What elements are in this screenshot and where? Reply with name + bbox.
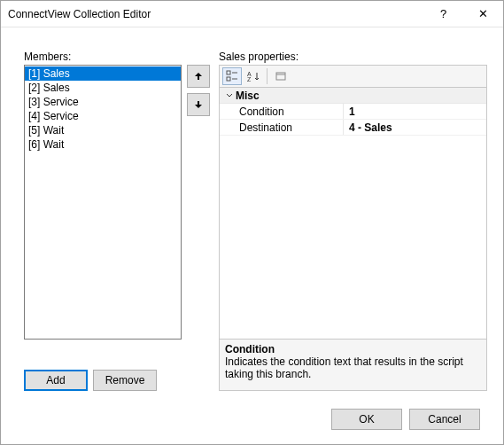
columns: Members: [1] Sales[2] Sales[3] Service[4… xyxy=(24,51,487,391)
property-name: Destination xyxy=(220,120,344,135)
list-item[interactable]: [1] Sales xyxy=(25,66,181,81)
category-row[interactable]: Misc xyxy=(220,88,486,104)
categorized-icon xyxy=(226,70,238,82)
list-item[interactable]: [2] Sales xyxy=(25,81,181,95)
dialog-window: ConnectView Collection Editor ? ✕ Member… xyxy=(0,0,504,445)
property-row[interactable]: Destination4 - Sales xyxy=(220,120,486,136)
members-row: [1] Sales[2] Sales[3] Service[4] Service… xyxy=(24,65,210,359)
ok-button[interactable]: OK xyxy=(331,409,402,430)
remove-button[interactable]: Remove xyxy=(93,370,157,391)
close-icon: ✕ xyxy=(478,7,488,20)
list-item[interactable]: [5] Wait xyxy=(25,123,181,137)
property-grid[interactable]: Misc Condition1Destination4 - Sales xyxy=(219,88,487,340)
list-item[interactable]: [4] Service xyxy=(25,109,181,123)
list-item[interactable]: [6] Wait xyxy=(25,137,181,152)
property-pages-icon xyxy=(275,70,287,82)
description-pane: Condition Indicates the condition text t… xyxy=(219,340,487,391)
dialog-buttons: OK Cancel xyxy=(24,391,487,435)
description-title: Condition xyxy=(225,343,481,355)
alphabetical-button[interactable]: A Z xyxy=(244,67,263,85)
properties-label: Sales properties: xyxy=(219,51,487,63)
chevron-down-icon[interactable] xyxy=(223,92,236,99)
dialog-content: Members: [1] Sales[2] Sales[3] Service[4… xyxy=(1,27,503,444)
add-remove-row: Add Remove xyxy=(24,370,210,391)
arrow-up-icon xyxy=(193,71,204,82)
property-grid-body: Misc Condition1Destination4 - Sales xyxy=(220,88,486,339)
sort-az-icon: A Z xyxy=(247,70,260,82)
categorized-button[interactable] xyxy=(222,67,242,85)
svg-rect-0 xyxy=(227,71,230,74)
propertygrid-toolbar: A Z xyxy=(219,65,487,88)
category-label: Misc xyxy=(236,90,260,102)
property-value[interactable]: 1 xyxy=(344,104,486,119)
add-button[interactable]: Add xyxy=(24,370,88,391)
svg-rect-1 xyxy=(227,77,230,81)
properties-pane: Sales properties: A Z xyxy=(219,51,487,391)
arrow-down-icon xyxy=(193,99,204,110)
property-value[interactable]: 4 - Sales xyxy=(344,120,486,135)
list-item[interactable]: [3] Service xyxy=(25,95,181,109)
help-icon: ? xyxy=(440,7,446,20)
move-down-button[interactable] xyxy=(187,93,210,116)
members-label: Members: xyxy=(24,51,210,63)
property-pages-button[interactable] xyxy=(271,67,291,85)
move-up-button[interactable] xyxy=(187,65,210,88)
cancel-button[interactable]: Cancel xyxy=(409,409,480,430)
svg-rect-6 xyxy=(276,73,285,80)
members-listbox[interactable]: [1] Sales[2] Sales[3] Service[4] Service… xyxy=(24,65,182,340)
property-name: Condition xyxy=(220,104,344,119)
close-button[interactable]: ✕ xyxy=(463,1,503,27)
reorder-buttons xyxy=(187,65,210,359)
window-title: ConnectView Collection Editor xyxy=(8,8,423,20)
description-text: Indicates the condition text that result… xyxy=(225,355,481,380)
toolbar-separator xyxy=(267,68,268,84)
help-button[interactable]: ? xyxy=(423,1,463,27)
property-row[interactable]: Condition1 xyxy=(220,104,486,120)
titlebar: ConnectView Collection Editor ? ✕ xyxy=(1,1,503,27)
members-pane: Members: [1] Sales[2] Sales[3] Service[4… xyxy=(24,51,210,391)
svg-text:Z: Z xyxy=(247,76,252,82)
